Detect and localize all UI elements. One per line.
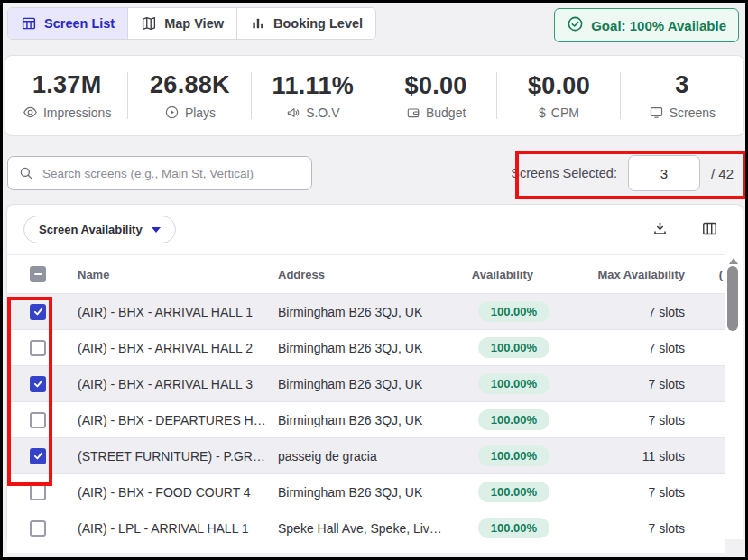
download-icon	[651, 226, 669, 240]
sov-value: 11.11%	[272, 72, 354, 100]
screen-address: passeig de gracia	[278, 449, 445, 464]
max-availability: 7 slots	[562, 485, 685, 500]
column-header-availability[interactable]: Availability	[445, 268, 562, 281]
screen-address: Birmingham B26 3QJ, UK	[278, 305, 445, 319]
availability-badge: 100.00%	[478, 373, 549, 394]
tab-screen-list[interactable]: Screen List	[8, 8, 128, 39]
indeterminate-mark-icon	[34, 273, 42, 276]
scrollbar-thumb[interactable]	[727, 266, 738, 331]
stats-summary-card: 1.37M Impressions 26.88K	[5, 55, 744, 136]
table-row[interactable]: (AIR) - BHX - ARRIVAL HALL 2 Birmingham …	[7, 329, 725, 365]
tab-label: Booking Level	[273, 16, 363, 31]
column-header-address[interactable]: Address	[278, 268, 445, 281]
table-header-row: Name Address Availability Max Availabili…	[7, 255, 725, 293]
max-availability: 7 slots	[562, 377, 685, 391]
table-row[interactable]: (AIR) - BHX - DEPARTURES H… Birmingham B…	[7, 401, 725, 437]
availability-badge: 100.00%	[478, 409, 549, 430]
table-row[interactable]: (AIR) - BHX - ARRIVAL HALL 1 Birmingham …	[7, 293, 725, 329]
stat-plays: 26.88K Plays	[128, 56, 251, 135]
budget-label: Budget	[426, 106, 466, 120]
scroll-up-arrow-icon[interactable]	[729, 258, 738, 264]
table-row[interactable]: (AIR) - BHX - FOOD COURT 4 Birmingham B2…	[7, 473, 725, 510]
column-header-partial: (	[688, 268, 725, 281]
screens-value: 3	[675, 71, 688, 99]
play-circle-icon	[164, 105, 180, 120]
table-toolbar: Screen Availability	[7, 205, 725, 254]
partial-next-row	[7, 546, 725, 553]
screen-name: (AIR) - BHX - ARRIVAL HALL 3	[78, 377, 278, 391]
filter-chip-label: Screen Availability	[39, 223, 143, 236]
screen-address: Speke Hall Ave, Speke, Liver…	[278, 521, 445, 536]
view-tabs: Screen List Map View	[7, 7, 376, 40]
max-availability: 7 slots	[562, 341, 685, 355]
screen-name: (AIR) - BHX - ARRIVAL HALL 1	[78, 305, 278, 319]
search-input[interactable]	[7, 156, 312, 190]
screen-name: (AIR) - BHX - ARRIVAL HALL 2	[78, 341, 278, 355]
row-checkbox[interactable]	[30, 340, 46, 356]
availability-badge: 100.00%	[478, 518, 549, 538]
sov-label: S.O.V	[306, 106, 339, 120]
table-row[interactable]: (STREET FURNITURE) - P.GR… passeig de gr…	[7, 437, 725, 473]
screens-label: Screens	[670, 106, 716, 120]
tab-booking-level[interactable]: Booking Level	[237, 8, 375, 39]
impressions-label: Impressions	[43, 106, 111, 120]
row-checkbox[interactable]	[30, 412, 46, 428]
screen-address: Birmingham B26 3QJ, UK	[278, 413, 445, 427]
columns-button[interactable]	[697, 216, 722, 243]
goal-badge[interactable]: Goal: 100% Available	[554, 8, 739, 42]
column-header-max-availability[interactable]: Max Availability	[562, 268, 688, 281]
stat-budget: $0.00 Budget	[374, 56, 497, 135]
stat-impressions: 1.37M Impressions	[5, 56, 128, 135]
availability-badge: 100.00%	[478, 445, 549, 466]
wallet-icon	[406, 106, 420, 120]
screens-selected-input[interactable]	[628, 155, 700, 191]
tab-label: Map View	[164, 16, 224, 31]
stat-screens: 3 Screens	[621, 56, 743, 135]
availability-badge: 100.00%	[478, 337, 549, 358]
screen-address: Birmingham B26 3QJ, UK	[278, 377, 445, 391]
screen-name: (STREET FURNITURE) - P.GR…	[78, 449, 278, 464]
screen-address: Birmingham B26 3QJ, UK	[278, 341, 445, 355]
row-checkbox[interactable]	[30, 376, 46, 392]
column-header-name[interactable]: Name	[69, 268, 278, 281]
top-bar: Screen List Map View	[7, 7, 739, 42]
check-circle-icon	[567, 15, 584, 35]
dollar-icon: $	[539, 106, 546, 120]
screen-name: (AIR) - BHX - FOOD COURT 4	[78, 485, 278, 500]
goal-badge-label: Goal: 100% Available	[591, 18, 726, 33]
screen-availability-filter[interactable]: Screen Availability	[23, 216, 176, 243]
screen-name: (AIR) - LPL - ARRIVAL HALL 1	[78, 521, 278, 536]
select-all-checkbox[interactable]	[30, 266, 46, 282]
screen-icon	[649, 105, 664, 120]
screen-address: Birmingham B26 3QJ, UK	[278, 485, 445, 500]
tab-label: Screen List	[44, 16, 115, 31]
cpm-label: CPM	[551, 106, 579, 120]
availability-badge: 100.00%	[478, 301, 549, 322]
stat-cpm: $0.00 $ CPM	[497, 56, 620, 135]
max-availability: 11 slots	[562, 449, 685, 464]
screen-name: (AIR) - BHX - DEPARTURES H…	[78, 413, 278, 427]
table-scrollbar[interactable]	[725, 255, 741, 539]
table-row[interactable]: (AIR) - BHX - ARRIVAL HALL 3 Birmingham …	[7, 365, 725, 401]
screens-selected-total: / 42	[711, 166, 734, 181]
tab-map-view[interactable]: Map View	[128, 8, 237, 39]
stat-sov: 11.11% S.O.V	[252, 56, 374, 135]
row-checkbox[interactable]	[30, 304, 46, 320]
max-availability: 7 slots	[562, 305, 685, 319]
download-button[interactable]	[648, 216, 672, 243]
screen-booking-app: Screen List Map View	[0, 0, 748, 560]
plays-label: Plays	[185, 106, 216, 120]
megaphone-icon	[286, 106, 300, 120]
plays-value: 26.88K	[150, 71, 230, 99]
max-availability: 7 slots	[562, 413, 685, 427]
screens-selected-cluster: Screens Selected: / 42	[511, 155, 741, 191]
row-checkbox[interactable]	[30, 484, 46, 500]
row-checkbox[interactable]	[30, 520, 46, 537]
cpm-value: $0.00	[528, 72, 590, 100]
max-availability: 7 slots	[562, 521, 685, 536]
eye-icon	[23, 105, 38, 120]
screens-table-card: Screen Availability	[6, 204, 743, 539]
row-checkbox[interactable]	[30, 448, 46, 464]
table-row[interactable]: (AIR) - LPL - ARRIVAL HALL 1 Speke Hall …	[7, 510, 725, 546]
impressions-value: 1.37M	[32, 71, 102, 99]
